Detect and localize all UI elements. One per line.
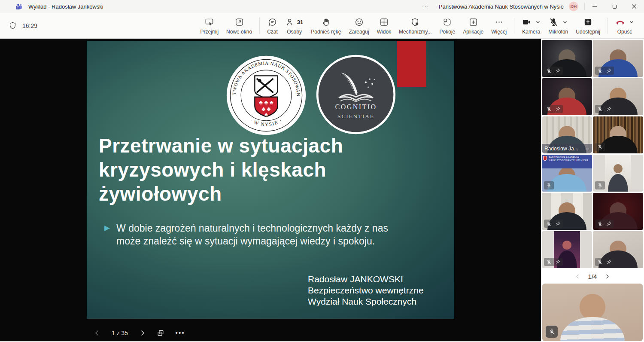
participant-video-tile[interactable]: PAŃSTWOWA AKADEMIA NAUK STOSOWANYCH W NY… (593, 155, 643, 192)
pin-icon[interactable] (606, 221, 612, 226)
participant-video-tile[interactable]: PAŃSTWOWA AKADEMIA NAUK STOSOWANYCH W NY… (542, 231, 592, 268)
participant-video-tile[interactable]: PAŃSTWOWA AKADEMIA NAUK STOSOWANYCH W NY… (593, 231, 643, 268)
camera-button[interactable]: Kamera (518, 16, 544, 35)
slide-navigation-bar: 1 z 35 ••• (94, 329, 185, 337)
tile-badges (595, 67, 614, 75)
slide-title: Przetrwanie w sytuacjach kryzysowych i k… (99, 134, 412, 206)
spotlight-video-tile[interactable] (542, 284, 643, 341)
video-backdrop-banner: PAŃSTWOWA AKADEMIA NAUK STOSOWANYCH W NY… (542, 155, 592, 168)
svg-text:COGNITIO: COGNITIO (335, 103, 377, 110)
participant-video-tile[interactable]: PAŃSTWOWA AKADEMIA NAUK STOSOWANYCH W NY… (593, 116, 643, 153)
security-shield-icon (9, 21, 17, 30)
participants-sidebar: PAŃSTWOWA AKADEMIA NAUK STOSOWANYCH W NY… (541, 39, 644, 342)
leave-button[interactable]: Opuść (611, 16, 638, 35)
more-button[interactable]: Więcej (487, 16, 510, 35)
gallery-pagination: 1/4 (542, 270, 643, 283)
apps-button[interactable]: Aplikacje (459, 16, 487, 35)
titlebar-overflow-button[interactable]: ··· (422, 3, 429, 10)
gallery-page-indicator: 1/4 (588, 273, 597, 280)
author-faculty: Wydział Nauk Społecznych (308, 296, 424, 307)
seal-shield: ♣ ♣ ♣ ♣ ♣ ♣ (255, 76, 277, 118)
minimize-button[interactable] (585, 0, 605, 13)
chat-icon (267, 17, 277, 27)
bullet-arrow-icon: ▶ (104, 222, 110, 247)
tile-more-options-button[interactable]: ··· (584, 146, 589, 152)
shield-gear-icon (410, 17, 420, 27)
mic-off-icon (597, 144, 603, 150)
rooms-button[interactable]: Pokoje (436, 16, 459, 35)
tile-badges (544, 220, 563, 228)
pin-icon[interactable] (606, 68, 612, 73)
pin-icon[interactable] (555, 259, 561, 265)
gallery-prev-page-button[interactable] (575, 274, 580, 279)
teams-logo-icon (15, 3, 23, 10)
gallery-next-page-button[interactable] (605, 274, 610, 279)
svg-text:SCIENTIAE: SCIENTIAE (337, 113, 374, 119)
mic-off-icon (597, 221, 603, 226)
mic-off-icon (546, 221, 552, 226)
participant-video-tile[interactable]: PAŃSTWOWA AKADEMIA NAUK STOSOWANYCH W NY… (542, 155, 592, 192)
new-window-button[interactable]: Nowe okno (222, 16, 256, 35)
mic-off-icon (597, 106, 603, 112)
mic-off-icon (597, 68, 603, 73)
leave-call-icon (615, 17, 625, 27)
microphone-button[interactable]: Mikrofon (544, 16, 572, 35)
svg-text:♣ ♣: ♣ ♣ (261, 106, 270, 112)
raise-hand-button[interactable]: Podnieś rękę (307, 16, 345, 35)
author-name: Radosław JANKOWSKI (308, 274, 424, 285)
slide-more-options-button[interactable]: ••• (175, 329, 185, 337)
takeover-icon (204, 17, 214, 27)
mechanisms-button[interactable]: Mechanizmy... (395, 16, 435, 35)
tile-badges (595, 258, 614, 266)
pin-icon[interactable] (606, 259, 612, 265)
pin-icon[interactable] (606, 106, 612, 112)
participant-video-tile[interactable]: PAŃSTWOWA AKADEMIA NAUK STOSOWANYCH W NY… (542, 78, 592, 115)
view-button[interactable]: Widok (373, 16, 395, 35)
chat-button[interactable]: Czat (263, 16, 282, 35)
meeting-timer: 16:29 (22, 22, 37, 29)
account-avatar-badge[interactable]: DH (569, 2, 578, 11)
cognitio-scientiae-logo: COGNITIO SCIENTIAE (315, 54, 397, 135)
participant-video-tile[interactable]: PAŃSTWOWA AKADEMIA NAUK STOSOWANYCH W NY… (542, 40, 592, 77)
slide-thumbnails-button[interactable] (157, 330, 164, 336)
title-bar: Wykład - Radosław Jankowski ··· Państwow… (0, 0, 644, 13)
pin-icon[interactable] (555, 106, 561, 112)
share-icon (583, 17, 593, 27)
react-button[interactable]: Zareaguj (345, 16, 373, 35)
participant-video-tile[interactable]: PAŃSTWOWA AKADEMIA NAUK STOSOWANYCH W NY… (593, 193, 643, 230)
people-button[interactable]: 31 Osoby (282, 16, 307, 35)
mic-off-icon (546, 183, 552, 188)
active-speaker-namebar: Radosław Ja... ··· (542, 144, 592, 153)
presentation-slide[interactable]: PAŃSTWOWA AKADEMIA NAUK STOSOWANYCH · W … (87, 41, 454, 319)
close-button[interactable] (624, 0, 644, 13)
camera-options-chevron[interactable] (535, 19, 541, 24)
svg-text:♣: ♣ (264, 112, 268, 118)
leave-options-chevron[interactable] (629, 19, 634, 24)
people-icon (286, 17, 295, 27)
view-grid-icon (379, 17, 389, 27)
slide-red-accent-block (397, 41, 426, 87)
microphone-muted-icon (549, 17, 559, 27)
participants-grid: PAŃSTWOWA AKADEMIA NAUK STOSOWANYCH W NY… (542, 40, 643, 268)
slide-page-indicator: 1 z 35 (112, 330, 128, 336)
participant-video-tile[interactable]: PAŃSTWOWA AKADEMIA NAUK STOSOWANYCH W NY… (593, 78, 643, 115)
university-seal-logo: PAŃSTWOWA AKADEMIA NAUK STOSOWANYCH · W … (225, 55, 307, 136)
tile-badges (544, 67, 563, 75)
share-button[interactable]: Udostępnij (572, 16, 604, 35)
mic-off-icon (549, 329, 555, 335)
maximize-button[interactable] (605, 0, 624, 13)
pin-icon[interactable] (555, 221, 561, 226)
teams-meeting-window: Wykład - Radosław Jankowski ··· Państwow… (0, 0, 644, 342)
participant-video (605, 155, 631, 192)
previous-slide-button[interactable] (94, 330, 100, 336)
pin-icon[interactable] (555, 68, 561, 73)
participant-video-tile[interactable]: PAŃSTWOWA AKADEMIA NAUK STOSOWANYCH W NY… (542, 193, 592, 230)
new-window-icon (234, 17, 244, 27)
participant-video-tile[interactable]: PAŃSTWOWA AKADEMIA NAUK STOSOWANYCH W NY… (542, 116, 592, 153)
tile-badges (595, 105, 614, 113)
microphone-options-chevron[interactable] (562, 19, 568, 24)
takeover-button[interactable]: Przejmij (196, 16, 222, 35)
participant-video-tile[interactable]: PAŃSTWOWA AKADEMIA NAUK STOSOWANYCH W NY… (593, 40, 643, 77)
next-slide-button[interactable] (139, 330, 146, 336)
meeting-stage-area: PAŃSTWOWA AKADEMIA NAUK STOSOWANYCH · W … (0, 39, 644, 342)
